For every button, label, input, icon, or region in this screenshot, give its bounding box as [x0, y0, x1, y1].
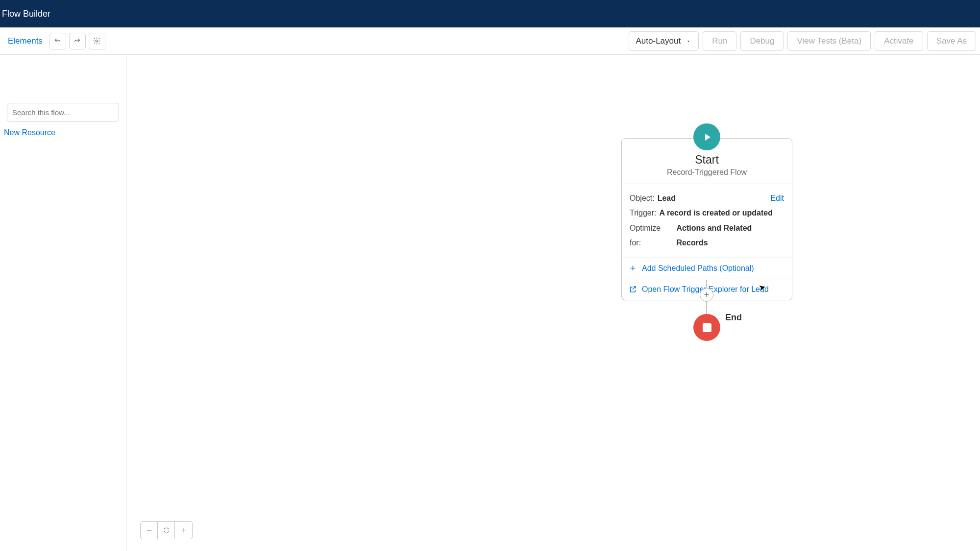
save-as-button[interactable]: Save As — [927, 31, 976, 51]
start-node-icon[interactable] — [693, 123, 720, 150]
trigger-value: A record is created or updated — [660, 206, 773, 220]
redo-icon — [73, 37, 81, 45]
run-button[interactable]: Run — [703, 31, 736, 51]
layout-dropdown[interactable]: Auto-Layout — [629, 31, 699, 51]
zoom-fit-button[interactable] — [158, 522, 175, 539]
zoom-controls — [140, 521, 193, 539]
undo-icon — [53, 37, 62, 45]
plus-icon — [629, 264, 637, 272]
view-tests-button[interactable]: View Tests (Beta) — [787, 31, 871, 51]
play-icon — [701, 131, 713, 143]
fit-icon — [163, 527, 170, 534]
new-resource-link[interactable]: New Resource — [4, 128, 119, 137]
workspace: New Resource Start Record-Triggered Flow… — [0, 55, 980, 551]
activate-button[interactable]: Activate — [875, 31, 923, 51]
object-label: Object: — [630, 191, 655, 206]
start-object-row: Object: Lead Edit — [630, 191, 784, 206]
gear-icon — [93, 37, 101, 45]
zoom-in-button[interactable] — [175, 522, 192, 539]
trigger-label: Trigger: — [630, 206, 657, 220]
connector-line — [706, 280, 707, 288]
layout-dropdown-label: Auto-Layout — [636, 36, 681, 46]
flow-canvas[interactable]: Start Record-Triggered Flow Object: Lead… — [126, 55, 980, 551]
object-value: Lead — [658, 191, 676, 206]
end-node[interactable] — [693, 314, 720, 341]
plus-icon — [180, 527, 187, 534]
zoom-out-button[interactable] — [141, 522, 158, 539]
connector-line — [706, 302, 707, 314]
external-link-icon — [629, 285, 637, 293]
debug-button[interactable]: Debug — [740, 31, 784, 51]
optimize-value: Actions and Related Records — [677, 221, 784, 251]
start-title: Start — [630, 153, 784, 167]
app-title: Flow Builder — [2, 9, 50, 19]
app-header: Flow Builder — [0, 0, 980, 27]
start-trigger-row: Trigger: A record is created or updated — [630, 206, 784, 220]
edit-link[interactable]: Edit — [770, 191, 784, 206]
minus-icon — [146, 527, 153, 534]
toolbar-right: Auto-Layout Run Debug View Tests (Beta) … — [629, 31, 977, 51]
add-scheduled-paths-label: Add Scheduled Paths (Optional) — [642, 264, 754, 273]
settings-button[interactable] — [89, 33, 105, 49]
main-toolbar: Elements Auto-Layout Run Debug View Test… — [0, 27, 980, 55]
search-flow-input[interactable] — [7, 103, 119, 121]
add-scheduled-paths-link[interactable]: Add Scheduled Paths (Optional) — [622, 258, 792, 279]
start-details: Object: Lead Edit Trigger: A record is c… — [622, 184, 792, 258]
undo-button[interactable] — [49, 33, 66, 49]
stop-icon — [703, 323, 711, 332]
chevron-down-icon — [686, 38, 691, 44]
svg-point-0 — [96, 40, 98, 42]
start-card: Start Record-Triggered Flow Object: Lead… — [621, 138, 792, 300]
optimize-label: Optimize for: — [630, 221, 674, 251]
start-subtitle: Record-Triggered Flow — [630, 168, 784, 177]
left-sidebar: New Resource — [0, 55, 126, 551]
redo-button[interactable] — [69, 33, 86, 49]
end-node-label: End — [725, 312, 742, 323]
start-optimize-row: Optimize for: Actions and Related Record… — [630, 221, 784, 251]
toolbar-left: Elements — [4, 33, 105, 49]
add-element-button[interactable]: + — [700, 288, 713, 302]
elements-link[interactable]: Elements — [4, 33, 47, 49]
